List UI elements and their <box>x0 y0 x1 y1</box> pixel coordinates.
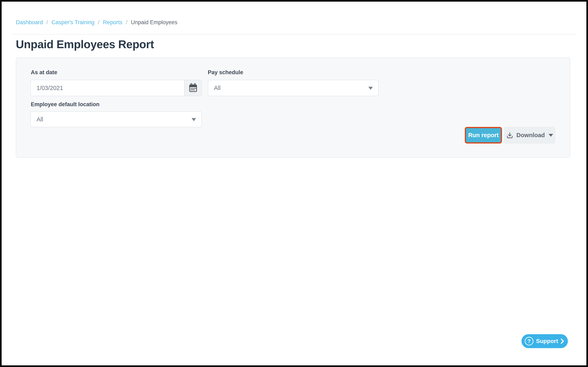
calendar-picker-button[interactable] <box>184 80 201 96</box>
pay-schedule-label: Pay schedule <box>208 69 243 76</box>
breadcrumb-dashboard[interactable]: Dashboard <box>16 19 43 26</box>
caret-down-icon <box>549 134 553 137</box>
breadcrumb-separator: / <box>126 19 128 26</box>
download-button[interactable]: Download <box>504 127 555 143</box>
breadcrumb: Dashboard / Casper's Training / Reports … <box>16 19 177 26</box>
support-button[interactable]: ? Support <box>521 334 568 348</box>
download-button-label: Download <box>516 132 545 139</box>
breadcrumb-current: Unpaid Employees <box>131 19 177 26</box>
pay-schedule-select[interactable]: All <box>208 80 379 96</box>
header-divider <box>12 34 576 34</box>
click-highlight-annotation: Run report <box>465 127 502 143</box>
calendar-icon <box>189 83 197 93</box>
as-at-date-field <box>30 80 202 96</box>
as-at-date-label: As at date <box>31 69 57 76</box>
pay-schedule-selected-value: All <box>214 85 221 92</box>
breadcrumb-separator: / <box>46 19 48 26</box>
caret-down-icon <box>191 118 196 121</box>
breadcrumb-business[interactable]: Casper's Training <box>52 19 95 26</box>
page-title: Unpaid Employees Report <box>16 38 154 51</box>
report-filter-panel: As at date <box>16 58 570 158</box>
employee-default-location-select[interactable]: All <box>30 111 202 127</box>
chevron-right-icon <box>561 339 564 344</box>
caret-down-icon <box>368 87 373 90</box>
breadcrumb-separator: / <box>98 19 100 26</box>
run-report-button[interactable]: Run report <box>466 128 501 142</box>
employee-default-location-label: Employee default location <box>31 101 100 108</box>
employee-default-location-selected-value: All <box>36 116 43 123</box>
support-button-label: Support <box>536 338 558 344</box>
screenshot-frame-border <box>0 0 588 367</box>
as-at-date-input[interactable] <box>31 80 184 96</box>
unpaid-employees-report-page: Dashboard / Casper's Training / Reports … <box>0 0 588 367</box>
download-icon <box>506 132 513 139</box>
breadcrumb-reports[interactable]: Reports <box>103 19 122 26</box>
question-mark-icon: ? <box>525 337 533 345</box>
panel-actions-row: Run report Download <box>465 127 555 143</box>
